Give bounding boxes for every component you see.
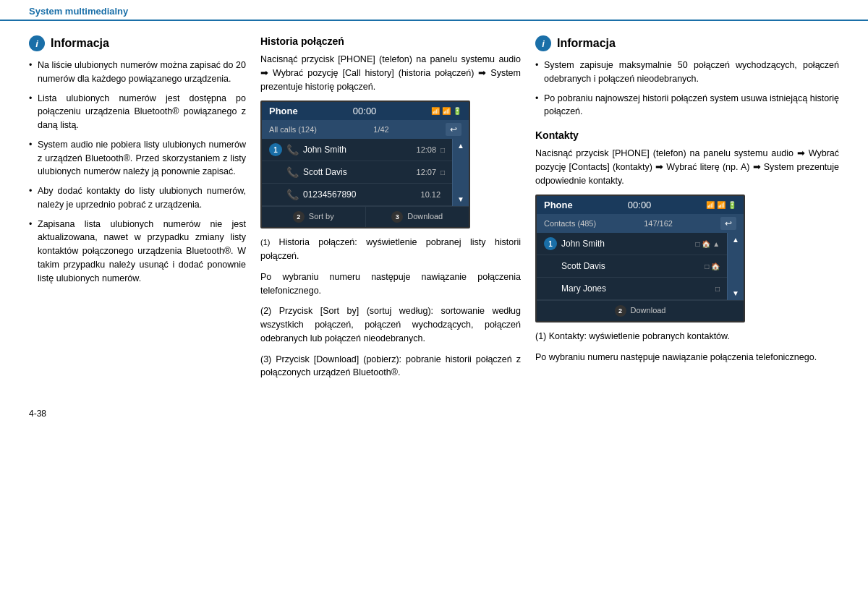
phone-status-icons-1: 📶 📶 🔋 — [431, 107, 461, 115]
phone-subheader-count-2: 147/162 — [644, 219, 673, 228]
scroll-down-icon-2: ▼ — [732, 289, 739, 297]
contact-row-num-3 — [544, 282, 557, 295]
annotation-num-1: (1) — [260, 238, 278, 247]
phone-subheader-label-1: All calls (124) — [269, 125, 317, 134]
call-time-1: 12:08 — [417, 145, 437, 154]
sort-by-num: 2 — [293, 211, 305, 223]
contact-name-c2: Scott Davis — [561, 261, 705, 271]
phone-back-button-2[interactable]: ↩ — [720, 217, 736, 230]
scroll-up-icon-2: ▲ — [732, 236, 739, 244]
row-number-3 — [269, 188, 282, 201]
call-time-3: 10.12 — [421, 190, 441, 199]
phone-subheader-label-2: Contacts (485) — [544, 219, 596, 228]
list-item: Na liście ulubionych numerów można zapis… — [29, 59, 246, 86]
right-list-item-2: Po pobraniu najnowszej historii połączeń… — [535, 92, 839, 119]
phone-content-1: 1 📞 John Smith 12:08 □ 📞 Scott Davis 12:… — [262, 139, 469, 206]
info-box-left: i Informacja — [29, 35, 246, 51]
phone-screen-1: Phone 00:00 📶 📶 🔋 All calls (124) 1/42 ↩… — [260, 101, 470, 228]
row-number-1: 1 — [269, 143, 282, 156]
phone-subheader-1: All calls (124) 1/42 ↩ — [262, 120, 469, 139]
phone-subheader-count-1: 1/42 — [373, 125, 388, 134]
info-box-right: i Informacja — [535, 35, 839, 51]
phone-title-1: Phone — [269, 106, 298, 116]
scroll-arrows-1[interactable]: ▲ ▼ — [452, 139, 469, 206]
info-title-left: Informacja — [51, 37, 109, 50]
phone-rows-1: 1 📞 John Smith 12:08 □ 📞 Scott Davis 12:… — [262, 139, 452, 206]
phone-screen-2: Phone 00:00 📶 📶 🔋 Contacts (485) 147/162… — [535, 195, 745, 322]
annotation-contacts: (1) Kontakty: wyświetlenie pobranych kon… — [535, 330, 839, 364]
call-icon-2: 📞 — [286, 166, 299, 178]
download-num-2: 2 — [615, 305, 626, 317]
contact-row-3[interactable]: Mary Jones □ — [537, 278, 727, 300]
annotation-body-2: Przycisk [Sort by] (sortuj według): sort… — [260, 306, 521, 343]
section-intro-history: Nacisnąć przycisk [PHONE] (telefon) na p… — [260, 53, 521, 93]
annotation-num-3: (3) — [260, 354, 276, 364]
page-number: 4-38 — [0, 401, 868, 426]
annotation-text-3: (3) Przycisk [Download] (pobierz): pobra… — [260, 353, 521, 380]
header-title: System multimedialny — [29, 6, 128, 17]
contact-row-num-2 — [544, 260, 557, 273]
annotation-contacts-body-1: Kontakty: wyświetlenie pobranych kontakt… — [549, 331, 730, 341]
download-label-2: Download — [631, 306, 666, 315]
list-item: System audio nie pobiera listy ulubionyc… — [29, 138, 246, 179]
section-heading-history: Historia połączeń — [260, 35, 521, 47]
info-title-right: Informacja — [557, 37, 616, 50]
left-bullet-list: Na liście ulubionych numerów można zapis… — [29, 59, 246, 285]
left-column: i Informacja Na liście ulubionych numeró… — [29, 35, 246, 387]
annotation-contacts-1: (1) Kontakty: wyświetlenie pobranych kon… — [535, 330, 839, 343]
annotation-contacts-num-1: (1) — [535, 331, 549, 341]
download-button-1[interactable]: 3 Download — [366, 206, 469, 227]
row-number-2 — [269, 166, 282, 179]
page-header: System multimedialny — [0, 0, 868, 21]
call-icon-1: 📞 — [286, 144, 299, 155]
right-list-item-1: System zapisuje maksymalnie 50 połączeń … — [535, 59, 839, 86]
section-heading-contacts: Kontakty — [535, 129, 839, 141]
contact-name-c3: Mary Jones — [561, 283, 715, 294]
contact-icons-1: □ 🏠 ▲ — [696, 240, 720, 248]
annotation-text-2: (2) Przycisk [Sort by] (sortuj według): … — [260, 304, 521, 345]
phone-time-2: 00:00 — [628, 200, 652, 210]
phone-footer-2: 2 Download — [537, 300, 744, 321]
download-label-1: Download — [407, 212, 443, 221]
info-icon-left: i — [29, 35, 45, 51]
annotation-contacts-2: Po wybraniu numeru następuje nawiązanie … — [535, 351, 839, 364]
call-time-2: 12:07 — [417, 168, 437, 176]
phone-footer-1: 2 Sort by 3 Download — [262, 206, 469, 227]
phone-row-3[interactable]: 📞 01234567890 10.12 — [262, 184, 452, 206]
call-type-icon-1: □ — [441, 146, 445, 154]
annotation-body-3: Przycisk [Download] (pobierz): pobranie … — [260, 354, 521, 378]
contact-row-2[interactable]: Scott Davis □ 🏠 — [537, 255, 727, 278]
annotation-text-1: (1) Historia połączeń: wyświetlenie pobr… — [260, 236, 521, 263]
sort-by-button[interactable]: 2 Sort by — [262, 206, 366, 227]
download-num-1: 3 — [391, 211, 403, 223]
phone-title-2: Phone — [544, 200, 573, 210]
contact-name-3: 01234567890 — [303, 189, 421, 200]
phone-header-2: Phone 00:00 📶 📶 🔋 — [537, 196, 744, 214]
phone-header-1: Phone 00:00 📶 📶 🔋 — [262, 102, 469, 120]
section-intro-contacts: Nacisnąć przycisk [PHONE] (telefon) na p… — [535, 147, 839, 187]
call-type-icon-2: □ — [441, 168, 445, 176]
contact-row-1[interactable]: 1 John Smith □ 🏠 ▲ — [537, 233, 727, 255]
annotation-num-2: (2) — [260, 306, 279, 316]
annotation-body-1: Historia połączeń: wyświetlenie pobranej… — [260, 237, 521, 261]
contact-name-2: Scott Davis — [303, 167, 417, 177]
list-item: Lista ulubionych numerów jest dostępna p… — [29, 92, 246, 132]
contact-name-1: John Smith — [303, 145, 417, 155]
contact-icons-2: □ 🏠 — [705, 262, 720, 270]
phone-row-2[interactable]: 📞 Scott Davis 12:07 □ — [262, 161, 452, 184]
scroll-down-icon: ▼ — [457, 195, 464, 203]
phone-back-button-1[interactable]: ↩ — [446, 123, 461, 136]
phone-status-icons-2: 📶 📶 🔋 — [706, 201, 736, 209]
phone-row-1[interactable]: 1 📞 John Smith 12:08 □ — [262, 139, 452, 161]
phone-content-2: 1 John Smith □ 🏠 ▲ Scott Davis □ 🏠 Mary … — [537, 233, 744, 300]
middle-column: Historia połączeń Nacisnąć przycisk [PHO… — [260, 35, 521, 387]
contact-row-num-1: 1 — [544, 237, 557, 250]
sort-by-label: Sort by — [309, 212, 334, 221]
right-column: i Informacja System zapisuje maksymalnie… — [535, 35, 839, 387]
download-button-2[interactable]: 2 Download — [537, 300, 744, 321]
scroll-arrows-2[interactable]: ▲ ▼ — [727, 233, 744, 300]
list-item: Aby dodać kontakty do listy ulubionych n… — [29, 184, 246, 212]
phone-time-1: 00:00 — [353, 106, 377, 116]
phone-rows-2: 1 John Smith □ 🏠 ▲ Scott Davis □ 🏠 Mary … — [537, 233, 727, 300]
list-item: Zapisana lista ulubionych numerów nie je… — [29, 218, 246, 286]
